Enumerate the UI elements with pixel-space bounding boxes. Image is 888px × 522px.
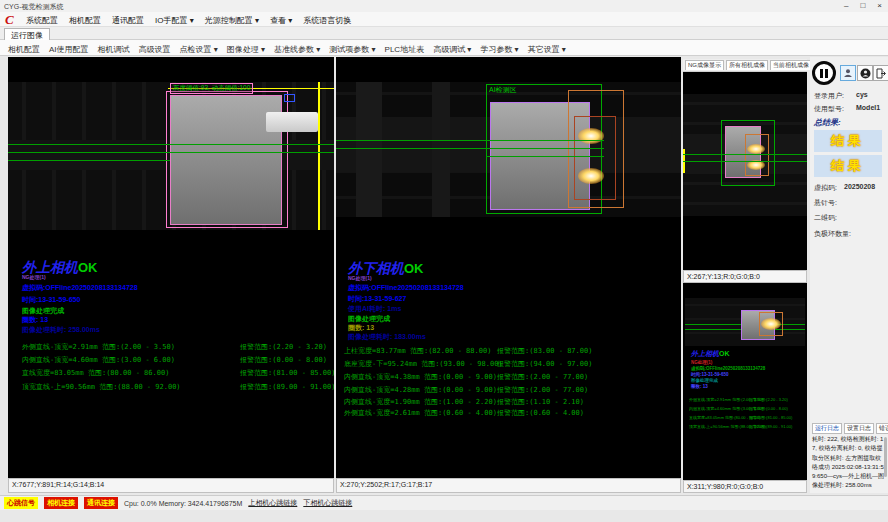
account-button[interactable]	[857, 65, 873, 81]
center-camera-panel[interactable]: AI检测区 外下相机OK NG处理(1) 虚拟码:OFFline20250208…	[336, 57, 681, 478]
tab-settings-log[interactable]: 设置日志	[844, 423, 874, 434]
tab-error-log[interactable]: 错误日志	[876, 423, 888, 434]
center-measure-row: 内侧直线-顶宽=4.28mm 范围:(0.00 - 9.00)	[344, 385, 497, 395]
center-measure-alarm: 报警范围:(2.00 - 77.00)	[497, 372, 588, 382]
toolbar-items: 相机配置 AI使用配置 相机调试 高级设置 点检设置 ▾ 图像处理 ▾ 基准线参…	[8, 44, 566, 55]
tool-image-processing[interactable]: 图像处理 ▾	[227, 44, 265, 55]
menu-light-config[interactable]: 光源控制配置 ▾	[205, 15, 259, 26]
maximize-button[interactable]: □	[860, 1, 865, 10]
window-title: CYG-视觉检测系统	[4, 2, 64, 12]
qrcode-label: 二维码:	[814, 213, 837, 223]
left-measure-alarm: 报警范围:(89.00 - 91.00)	[240, 382, 334, 392]
tab-run-log[interactable]: 运行日志	[812, 423, 842, 434]
left-measure-row: 直线宽度=83.05mm 范围:(80.00 - 86.00)	[22, 368, 169, 378]
login-user-label: 登录用户:	[814, 91, 844, 101]
pause-icon	[820, 69, 828, 78]
left-measure-row: 顶宽直线-上=90.56mm 范围:(88.00 - 92.00)	[22, 382, 181, 392]
left-time: 时间:13-31-59-650	[22, 295, 80, 305]
center-measure-row: 上柱宽度=83.77mm 范围:(82.00 - 88.00)	[344, 346, 491, 356]
model-label: 使用型号:	[814, 104, 844, 114]
tool-other-settings[interactable]: 其它设置 ▾	[528, 44, 566, 55]
result-box-2: 结果	[814, 155, 882, 177]
bottom-camera-heartbeat-link[interactable]: 下相机心跳链接	[303, 498, 352, 508]
toolbar: 相机配置 AI使用配置 相机调试 高级设置 点检设置 ▾ 图像处理 ▾ 基准线参…	[0, 40, 888, 56]
measure-line-2	[8, 152, 334, 153]
menu-language-switch[interactable]: 系统语言切换	[303, 15, 351, 26]
tab-all-cameras[interactable]: 所有相机成像	[726, 60, 768, 70]
minimize-button[interactable]: –	[844, 1, 848, 10]
virtual-code-label: 虚拟码:	[814, 183, 837, 193]
left-measure-row: 外侧直线-顶宽=2.91mm 范围:(2.00 - 3.50)	[22, 342, 175, 352]
tool-ai-config[interactable]: AI使用配置	[49, 44, 89, 55]
machine-column	[432, 82, 450, 217]
bright-spot	[761, 318, 781, 330]
center-measure-alarm: 报警范围:(0.60 - 4.00)	[497, 408, 584, 418]
log-text: 耗时: 222, 纹络检测耗时: 17, 纹络分离耗时: 0, 纹络提取分区耗时…	[812, 435, 884, 491]
tab-current-camera[interactable]: 当前相机成像	[770, 60, 812, 70]
thumbnail-top[interactable]	[683, 72, 807, 270]
tool-plc-address[interactable]: PLC地址表	[385, 44, 425, 55]
center-ng-note: NG处理(1)	[348, 275, 372, 281]
center-ai-time: 使用AI耗时: 1ms	[348, 304, 401, 314]
close-button[interactable]: ×	[877, 1, 882, 10]
measure-line-1	[683, 154, 807, 155]
measure-line-3	[486, 156, 604, 157]
tool-camera-debug[interactable]: 相机调试	[98, 44, 130, 55]
left-camera-panel[interactable]: 灰度阈值:93, 动态阈值:100 外上相机OK NG处理(1) 虚拟码:OFF…	[8, 57, 334, 478]
result-box-2-text: 结果	[831, 157, 865, 175]
pause-button[interactable]	[812, 61, 836, 85]
tool-camera-config[interactable]: 相机配置	[8, 44, 40, 55]
app-logo-icon: C	[5, 12, 14, 28]
menu-camera-config[interactable]: 相机配置	[69, 15, 101, 26]
top-camera-heartbeat-link[interactable]: 上相机心跳链接	[248, 498, 297, 508]
mini-ng-note: NG处理(1)	[691, 360, 712, 365]
center-barcode: 虚拟码:OFFline20250208133134728	[348, 283, 464, 293]
thumbnail-tabs: NG成像显示 所有相机成像 当前相机成像	[683, 59, 807, 72]
mini-time: 时间:13-31-59-650	[691, 372, 729, 377]
left-ng-note: NG处理(1)	[22, 274, 46, 280]
menu-comm-config[interactable]: 通讯配置	[112, 15, 144, 26]
title-bar: CYG-视觉检测系统 – □ ×	[0, 0, 888, 12]
tool-advanced-debug[interactable]: 高级调试 ▾	[433, 44, 471, 55]
tool-learning-params[interactable]: 学习参数 ▾	[480, 44, 518, 55]
menu-view[interactable]: 查看 ▾	[270, 15, 292, 26]
tab-ng-display[interactable]: NG成像显示	[685, 60, 724, 70]
camera-link-badge: 相机连接	[44, 497, 78, 509]
right-sidebar: 登录用户: cys 使用型号: Model1 总结果: 结果 结果 虚拟码: 2…	[810, 57, 888, 493]
user-button[interactable]	[840, 65, 856, 81]
heartbeat-badge: 心跳信号	[4, 497, 38, 509]
thumbnail-bottom-image	[685, 298, 805, 346]
measure-line-2	[683, 161, 807, 162]
cpu-memory-text: Cpu: 0.0% Memory: 3424.41796875M	[124, 500, 242, 507]
result-box-1-text: 结果	[831, 132, 865, 150]
tool-test-params[interactable]: 测试项参数 ▾	[329, 44, 375, 55]
blue-marker-box	[284, 94, 295, 102]
mini-measure-alarm: 报警范围:(81.00 - 85.00)	[749, 415, 792, 420]
logout-door-icon	[876, 68, 887, 79]
measure-line-3	[8, 160, 170, 161]
menu-items: 系统配置 相机配置 通讯配置 IO手配置 ▾ 光源控制配置 ▾ 查看 ▾ 系统语…	[26, 15, 351, 26]
menu-bar: C 系统配置 相机配置 通讯配置 IO手配置 ▾ 光源控制配置 ▾ 查看 ▾ 系…	[0, 12, 888, 27]
total-result-label: 总结果:	[814, 117, 841, 128]
center-measure-row: 外侧直线-宽度=2.61mm 范围:(0.60 - 4.00)	[344, 408, 497, 418]
menu-system-config[interactable]: 系统配置	[26, 15, 58, 26]
bright-spot	[747, 144, 765, 154]
tool-advanced-settings[interactable]: 高级设置	[139, 44, 171, 55]
login-user-value: cys	[856, 91, 868, 98]
tool-baseline-params[interactable]: 基准线参数 ▾	[274, 44, 320, 55]
left-elapsed: 图像处理耗时: 258.00ms	[22, 325, 100, 335]
thumbnail-bottom[interactable]: 外上相机OK NG处理(1) 虚拟码:OFFline20250208133134…	[683, 283, 807, 480]
logout-button[interactable]	[873, 65, 888, 81]
log-scrollbar[interactable]	[884, 437, 887, 477]
menu-io-config[interactable]: IO手配置 ▾	[155, 15, 194, 26]
mini-measure-alarm: 报警范围:(89.00 - 91.00)	[749, 424, 792, 429]
center-measure-row: 内侧直线-宽度=1.90mm 范围:(1.00 - 2.20)	[344, 397, 497, 407]
tool-spotcheck-settings[interactable]: 点检设置 ▾	[180, 44, 218, 55]
center-coordinates-status: X:270;Y:2502;R:17;G:17;B:17	[336, 478, 681, 493]
center-measure-alarm: 报警范围:(2.00 - 77.00)	[497, 385, 588, 395]
mini-measure-alarm: 报警范围:(2.20 - 3.20)	[749, 397, 788, 402]
thumbnail-top-image	[683, 94, 807, 216]
connector-part	[266, 112, 318, 132]
negative-ring-count-label: 负极环数量:	[814, 229, 851, 239]
left-result-ok: OK	[78, 260, 98, 275]
